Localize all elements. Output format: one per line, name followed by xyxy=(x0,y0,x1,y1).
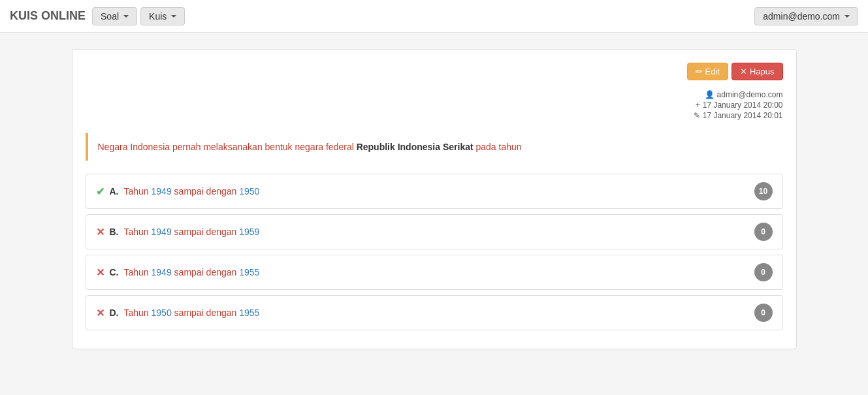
pencil-icon: ✏ xyxy=(696,67,703,76)
soal-menu-label: Soal xyxy=(101,11,119,22)
answer-letter-c: C. xyxy=(110,267,119,277)
answer-option-d: ✕D.Tahun 1950 sampai dengan 19550 xyxy=(86,295,783,330)
question-area: Negara Indonesia pernah melaksanakan ben… xyxy=(86,133,783,161)
year2: 1959 xyxy=(239,227,259,237)
answer-count-badge-b: 0 xyxy=(754,223,773,241)
answer-option-c: ✕C.Tahun 1949 sampai dengan 19550 xyxy=(86,255,783,290)
question-card: ✏ Edit ✕ Hapus 👤 admin@demo.com + 17 Jan… xyxy=(72,49,797,349)
kuis-menu-label: Kuis xyxy=(149,11,167,22)
year1: 1949 xyxy=(152,267,172,277)
kuis-caret-icon xyxy=(171,15,176,18)
answer-letter-b: B. xyxy=(110,227,119,237)
year1: 1949 xyxy=(152,227,172,237)
answer-cross-icon: ✕ xyxy=(96,226,104,238)
answer-check-icon: ✔ xyxy=(96,185,104,198)
user-icon: 👤 xyxy=(705,90,715,99)
year2: 1955 xyxy=(239,267,259,277)
hapus-button[interactable]: ✕ Hapus xyxy=(731,63,783,80)
main-content: ✏ Edit ✕ Hapus 👤 admin@demo.com + 17 Jan… xyxy=(62,33,807,359)
meta-user-row: 👤 admin@demo.com xyxy=(705,90,783,99)
year2: 1950 xyxy=(239,186,259,197)
meta-user: admin@demo.com xyxy=(717,90,783,99)
answer-option-b: ✕B.Tahun 1949 sampai dengan 19590 xyxy=(86,214,783,249)
soal-caret-icon xyxy=(123,15,129,18)
meta-created-row: + 17 January 2014 20:00 xyxy=(696,101,783,110)
answer-text-b: Tahun 1949 sampai dengan 1959 xyxy=(124,227,260,237)
answer-cross-icon: ✕ xyxy=(96,307,104,319)
times-icon: ✕ xyxy=(740,67,747,76)
year2: 1955 xyxy=(239,308,259,318)
answers-container: ✔A.Tahun 1949 sampai dengan 195010✕B.Tah… xyxy=(86,174,783,330)
answer-letter-a: A. xyxy=(110,186,119,197)
year1: 1949 xyxy=(152,186,172,197)
answer-text-c: Tahun 1949 sampai dengan 1955 xyxy=(124,267,260,277)
answer-left-b: ✕B.Tahun 1949 sampai dengan 1959 xyxy=(96,226,260,238)
user-menu-label: admin@demo.com xyxy=(763,11,840,22)
edit-button[interactable]: ✏ Edit xyxy=(687,63,728,80)
answer-option-a: ✔A.Tahun 1949 sampai dengan 195010 xyxy=(86,174,783,209)
answer-left-a: ✔A.Tahun 1949 sampai dengan 1950 xyxy=(96,185,260,198)
user-menu-button[interactable]: admin@demo.com xyxy=(754,7,858,25)
answer-count-badge-a: 10 xyxy=(754,182,773,200)
question-text-bold: Republik Indonesia Serikat xyxy=(357,142,474,152)
navbar: KUIS ONLINE Soal Kuis admin@demo.com xyxy=(0,0,868,33)
answer-left-c: ✕C.Tahun 1949 sampai dengan 1955 xyxy=(96,266,260,279)
edit-label: Edit xyxy=(705,67,720,76)
meta-created: 17 January 2014 20:00 xyxy=(703,101,783,110)
question-text-after: pada tahun xyxy=(474,142,522,152)
meta-info: 👤 admin@demo.com + 17 January 2014 20:00… xyxy=(86,90,783,120)
action-bar: ✏ Edit ✕ Hapus xyxy=(86,63,783,80)
year1: 1950 xyxy=(152,308,172,318)
hapus-label: Hapus xyxy=(750,67,775,76)
soal-menu-button[interactable]: Soal xyxy=(92,7,137,25)
pencil-meta-icon: ✎ xyxy=(694,111,700,120)
meta-modified: 17 January 2014 20:01 xyxy=(703,111,783,120)
kuis-menu-button[interactable]: Kuis xyxy=(140,7,185,25)
answer-letter-d: D. xyxy=(110,308,119,318)
answer-left-d: ✕D.Tahun 1950 sampai dengan 1955 xyxy=(96,307,260,319)
answer-count-badge-d: 0 xyxy=(754,304,773,322)
user-caret-icon xyxy=(844,15,850,18)
answer-text-a: Tahun 1949 sampai dengan 1950 xyxy=(124,186,260,197)
answer-count-badge-c: 0 xyxy=(754,263,773,281)
meta-modified-row: ✎ 17 January 2014 20:01 xyxy=(694,111,783,120)
plus-icon: + xyxy=(696,101,700,110)
question-text-before: Negara Indonesia pernah melaksanakan ben… xyxy=(98,142,357,152)
brand-logo[interactable]: KUIS ONLINE xyxy=(10,9,86,23)
answer-text-d: Tahun 1950 sampai dengan 1955 xyxy=(124,308,260,318)
answer-cross-icon: ✕ xyxy=(96,266,104,279)
